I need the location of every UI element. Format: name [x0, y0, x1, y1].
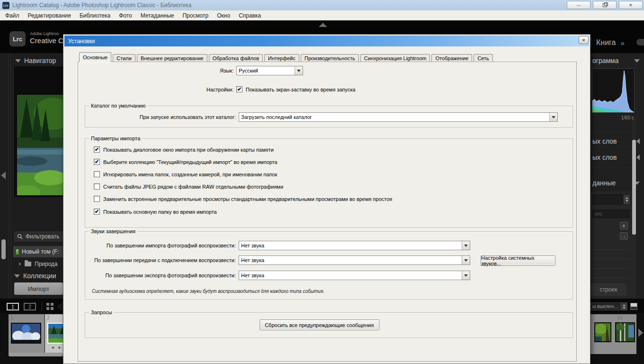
group-title: Звуки завершения	[89, 228, 137, 234]
cloud-sync-icon[interactable]	[636, 39, 644, 46]
chevron-down-icon	[15, 59, 21, 63]
collections-header[interactable]: Коллекции	[14, 272, 56, 280]
right-scrollbar-thumb[interactable]	[632, 140, 636, 235]
import-sound-label: По завершении импорта фотографий воспрои…	[88, 243, 239, 248]
filter-label: Фильтровать	[26, 233, 59, 240]
presets-button[interactable]: строек	[590, 283, 626, 296]
histogram-header[interactable]: ограмма	[592, 57, 640, 64]
settings-label: Настройки:	[85, 87, 236, 92]
navigator-photo[interactable]	[17, 95, 63, 195]
folder-row-nature[interactable]: Природа	[19, 261, 58, 267]
checkbox[interactable]	[94, 183, 100, 190]
menu-window[interactable]: Окно	[213, 11, 234, 20]
tab-display[interactable]: Отображение	[431, 54, 472, 62]
list-icon[interactable]: ≡	[620, 222, 628, 229]
group-title: Параметры импорта	[89, 136, 142, 141]
filmstrip-hscrollbar[interactable]	[9, 353, 63, 356]
checkbox[interactable]	[94, 196, 100, 202]
close-button[interactable]: ✕	[619, 1, 643, 9]
volume-row[interactable]: Новый том (F:	[13, 246, 63, 257]
search-icon	[17, 234, 23, 239]
tab-presets[interactable]: Стили	[113, 54, 135, 62]
import-sound-select[interactable]: Нет звука	[239, 241, 470, 250]
import-option-1[interactable]: ✔ Показывать диалоговое окно импорта при…	[94, 146, 274, 153]
tab-lightroom-sync[interactable]: Синхронизация Lightroom	[360, 54, 430, 62]
import-option-2[interactable]: ✔ Выберите коллекцию "Текущий/предыдущий…	[94, 159, 277, 165]
thumb-photo-forest	[594, 322, 611, 342]
filmstrip-right-cells[interactable]: 19	[590, 314, 636, 354]
import-option-3[interactable]: Игнорировать имена папок, созданные каме…	[94, 171, 277, 177]
dropdown-arrow-icon[interactable]	[549, 113, 557, 121]
checkbox[interactable]: ✔	[94, 209, 100, 215]
go-arrow-icon[interactable]: →	[620, 232, 628, 240]
filmstrip-thumb-1[interactable]: 1	[9, 314, 45, 354]
tab-performance[interactable]: Производительность	[301, 54, 359, 62]
dialog-title: Установки	[68, 38, 95, 45]
tab-file-handling[interactable]: Обработка файлов	[209, 54, 263, 62]
folder-icon	[25, 262, 31, 266]
dialog-titlebar[interactable]: Установки	[64, 36, 589, 46]
stepper-icon[interactable]	[624, 195, 630, 204]
histogram[interactable]	[592, 68, 635, 113]
system-sounds-button[interactable]: Настройка системных звуков...	[481, 255, 555, 266]
menu-help[interactable]: Справка	[234, 11, 265, 20]
lightroom-logo: Lrc	[9, 31, 26, 46]
filmstrip-filter-select[interactable]: ы выключ...	[590, 302, 627, 310]
export-sound-select[interactable]: Нет звука	[239, 271, 470, 280]
chevron-left-icon	[636, 155, 640, 160]
grid-view-icon[interactable]	[46, 303, 54, 310]
stepper-icon[interactable]	[621, 303, 627, 310]
main-window-button[interactable]: 1	[7, 303, 19, 310]
filter-toggle-switch[interactable]	[630, 303, 637, 310]
import-option-6[interactable]: ✔ Показывать основную папку во время имп…	[94, 209, 217, 215]
import-option-4[interactable]: Считать файлы JPEG рядом с файлами RAW о…	[94, 183, 283, 190]
module-divider	[591, 37, 591, 48]
tether-sound-select[interactable]: Нет звука	[239, 255, 470, 265]
import-options-group: Параметры импорта ✔ Показывать диалогово…	[85, 138, 573, 228]
import-option-5[interactable]: Заменить встроенные предварительные прос…	[94, 196, 392, 202]
menu-file[interactable]: Файл	[1, 11, 24, 20]
menu-metadata[interactable]: Метаданные	[136, 11, 179, 20]
checkbox[interactable]	[94, 171, 100, 177]
menu-view[interactable]: Просмотр	[178, 11, 213, 20]
tab-network[interactable]: Сеть	[474, 54, 492, 62]
dropdown-arrow-icon[interactable]	[462, 271, 470, 280]
menu-library[interactable]: Библиотека	[75, 11, 115, 20]
dropdown-arrow-icon[interactable]	[462, 256, 470, 264]
left-panel-scroll-handle[interactable]	[1, 239, 6, 259]
language-select[interactable]: Русский	[236, 66, 303, 75]
navigator-header[interactable]: Навигатор	[15, 57, 56, 64]
tab-external-editing[interactable]: Внешнее редактирование	[137, 54, 207, 62]
startup-catalog-select[interactable]: Загрузить последний каталог	[239, 112, 558, 122]
module-book[interactable]: Книга	[596, 38, 616, 47]
disclosure-icon	[19, 262, 21, 266]
metadata-photo-field[interactable]: ото	[592, 209, 630, 218]
restore-icon	[603, 3, 607, 7]
dialog-close-button[interactable]: ✕	[579, 36, 589, 44]
toolbar-divider	[42, 302, 42, 311]
left-panel-collapse-icon[interactable]	[1, 172, 6, 179]
module-overflow-chevron[interactable]: »	[620, 39, 624, 47]
tab-general[interactable]: Основные	[79, 52, 111, 62]
tether-sound-label: По завершении передачи с подключением во…	[88, 257, 239, 263]
reset-warnings-button[interactable]: Сбросить все предупреждающие сообщения	[259, 319, 379, 330]
default-catalog-group: Каталог по умолчанию При запуске использ…	[85, 106, 573, 127]
menu-edit[interactable]: Редактирование	[24, 11, 75, 20]
checkbox[interactable]: ✔	[94, 146, 100, 153]
second-window-button[interactable]: 2	[24, 303, 36, 310]
import-button[interactable]: Импорт	[14, 282, 63, 295]
checkbox[interactable]: ✔	[94, 159, 100, 165]
dropdown-arrow-icon[interactable]	[462, 241, 470, 250]
menu-photo[interactable]: Фото	[115, 11, 136, 20]
metadata-preset-field[interactable]	[592, 194, 630, 205]
dropdown-arrow-icon[interactable]	[295, 66, 303, 75]
minimize-button[interactable]: —	[567, 1, 590, 9]
filter-box[interactable]: Фильтровать	[14, 231, 63, 242]
top-panel-collapse-icon[interactable]	[319, 23, 327, 27]
restore-button[interactable]	[593, 1, 617, 9]
splash-checkbox[interactable]: ✔	[236, 86, 242, 92]
filmstrip-back-arrow-icon[interactable]	[57, 302, 63, 311]
tab-interface[interactable]: Интерфейс	[264, 54, 299, 62]
brand-line2: Creative Cl	[30, 36, 68, 45]
filmstrip-next-arrow-icon[interactable]	[638, 328, 643, 337]
